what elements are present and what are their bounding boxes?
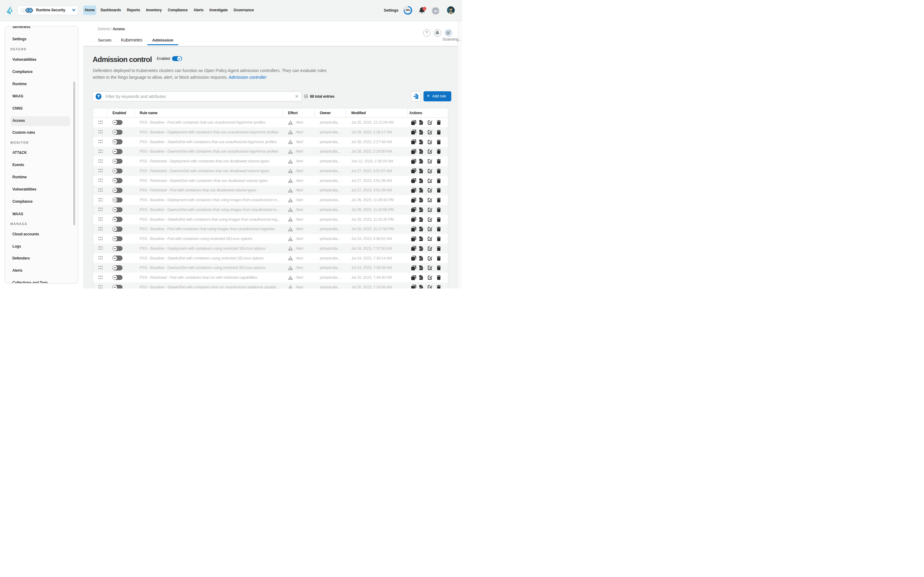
svg-text:AI: AI bbox=[434, 9, 437, 13]
